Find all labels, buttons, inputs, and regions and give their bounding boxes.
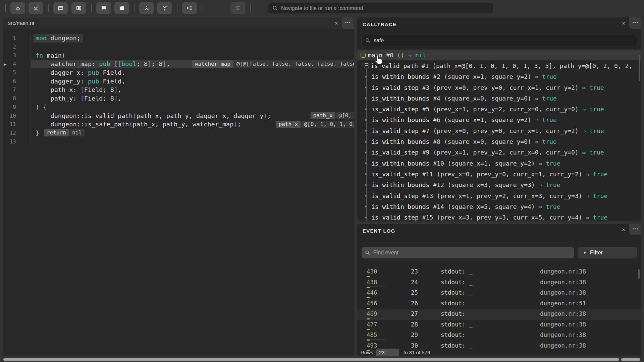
step-over-back-button[interactable] <box>71 2 86 14</box>
line-number[interactable]: 11 <box>3 121 16 127</box>
code-token <box>110 60 114 67</box>
code-line-4[interactable]: 4 watcher_map: pub [[bool; 8]; 8],watche… <box>3 60 354 68</box>
calltrace-search-input[interactable] <box>374 38 634 44</box>
inline-value-chip[interactable]: path_x@[0, 1, 0, 1, 0, 1, <box>276 121 354 128</box>
rows-count-input[interactable] <box>376 349 399 356</box>
eventlog-close-button[interactable]: × <box>621 227 626 233</box>
calltrace-row[interactable]: is_valid_step #11 (prev_x=0, prev_y=0, c… <box>357 169 641 179</box>
line-number[interactable]: 1 <box>3 35 16 41</box>
line-number[interactable]: 5 <box>3 69 16 76</box>
tree-collapse-icon[interactable] <box>361 53 366 58</box>
horizontal-scrollbar-corner[interactable] <box>621 358 640 361</box>
gutter[interactable]: 2 <box>3 43 31 51</box>
eventlog-search-input[interactable] <box>373 250 571 256</box>
calltrace-row[interactable]: is_within_bounds #2 (square_x=1, square_… <box>357 71 641 82</box>
calltrace-search[interactable] <box>362 35 637 46</box>
jump-to-end-button[interactable] <box>29 2 43 14</box>
jump-to-start-button[interactable] <box>10 2 25 14</box>
editor-menu-button[interactable]: ⋯ <box>342 17 354 29</box>
calltrace-row[interactable]: is_valid_step #15 (prev_x=3, prev_y=3, c… <box>357 212 641 221</box>
code-line-5[interactable]: 5 dagger_x: pub Field, <box>3 68 354 77</box>
calltrace-row[interactable]: is_within_bounds #14 (square_x=5, square… <box>357 201 641 212</box>
calltrace-row[interactable]: is_within_bounds #4 (square_x=0, square_… <box>357 93 641 104</box>
calltrace-menu-button[interactable]: ⋯ <box>629 17 641 29</box>
line-number[interactable]: 9 <box>3 104 16 110</box>
eventlog-row[interactable]: 48529stdout: _dungeon.nr:38 <box>357 330 641 341</box>
code-line-13[interactable]: 13 <box>3 137 354 146</box>
eventlog-row[interactable]: 43824stdout: _dungeon.nr:38 <box>357 278 641 289</box>
gutter[interactable]: 5 <box>3 68 31 77</box>
calltrace-row[interactable]: is_valid_step #9 (prev_x=1, prev_y=2, cu… <box>357 147 641 158</box>
step-over-forward-button[interactable] <box>96 2 111 14</box>
line-number[interactable]: 8 <box>3 95 16 102</box>
gutter[interactable]: 10 <box>3 111 31 120</box>
code-line-6[interactable]: 6 dagger_y: pub Field, <box>3 77 354 85</box>
command-palette-input[interactable] <box>281 5 489 11</box>
code-line-11[interactable]: 11 dungeon::is_safe_path(path_x, path_y,… <box>3 120 354 129</box>
horizontal-scrollbar[interactable] <box>3 358 619 361</box>
line-number[interactable]: 13 <box>3 138 16 145</box>
code-line-9[interactable]: 9) { <box>3 103 354 112</box>
eventlog-scrollbar[interactable] <box>638 269 640 279</box>
calltrace-row[interactable]: is_valid_step #13 (prev_x=1, prev_y=2, c… <box>357 190 641 201</box>
step-out-back-button[interactable] <box>53 2 68 14</box>
code-line-12[interactable]: 12}returnnil <box>3 129 354 137</box>
eventlog-row[interactable]: 43023stdout: _dungeon.nr:38 <box>357 267 641 278</box>
gutter[interactable]: 6 <box>3 77 31 85</box>
editor-close-button[interactable]: × <box>334 20 339 26</box>
calltrace-row[interactable]: is_valid_step #3 (prev_x=0, prev_y=0, cu… <box>357 82 641 93</box>
calltrace-scrollbar[interactable] <box>639 55 640 81</box>
gutter[interactable]: 4 <box>3 60 31 68</box>
inline-value-chip[interactable]: watcher_map@[@[false, false, false, fals… <box>192 60 354 67</box>
call-args: (square_x=5, square_y=4) <box>448 203 535 210</box>
calltrace-row[interactable]: is_valid_step #5 (prev_x=1, prev_y=2, cu… <box>357 104 641 114</box>
swap-trace-button[interactable] <box>230 2 245 14</box>
code-line-10[interactable]: 10 dungeon::is_valid_path(path_x, path_y… <box>3 111 354 120</box>
step-out-forward-button[interactable] <box>114 2 129 14</box>
command-palette[interactable] <box>268 3 493 13</box>
line-number[interactable]: 10 <box>3 113 16 119</box>
eventlog-row[interactable]: 45626stdout:dungeon.nr:51 <box>357 299 641 310</box>
gutter[interactable]: 9 <box>3 103 31 112</box>
gutter[interactable]: 1 <box>3 34 31 43</box>
run-to-line-button[interactable] <box>182 2 197 14</box>
code-line-7[interactable]: 7 path_x: [Field; 8], <box>3 85 354 94</box>
gutter[interactable]: 8 <box>3 94 31 103</box>
eventlog-search[interactable] <box>362 247 574 258</box>
line-number[interactable]: 2 <box>3 44 16 50</box>
gutter[interactable]: 7 <box>3 85 31 94</box>
code-line-2[interactable]: 2 <box>3 43 354 51</box>
eventlog-filter-button[interactable]: ▼ Filter <box>578 247 637 258</box>
line-number[interactable]: 3 <box>3 52 16 59</box>
step-down-into-button[interactable] <box>157 2 172 14</box>
line-number[interactable]: 12 <box>3 130 16 136</box>
event-tick: 430 <box>367 268 377 275</box>
eventlog-row[interactable]: 46927stdout: _dungeon.nr:38 <box>357 309 641 320</box>
code-token: path_x, path_y, dagger_x, dagger_y <box>137 112 264 119</box>
inline-value-chip[interactable]: path_x@[0, 1, 0, <box>311 112 354 119</box>
inline-value-chip[interactable]: returnnil <box>44 129 85 136</box>
gutter[interactable]: 12 <box>3 129 31 137</box>
calltrace-row[interactable]: main #0 () ⇒ nil <box>357 50 641 60</box>
line-number[interactable]: 7 <box>3 86 16 93</box>
calltrace-row[interactable]: is_within_bounds #8 (square_x=0, square_… <box>357 136 641 147</box>
calltrace-row[interactable]: is_within_bounds #12 (square_x=3, square… <box>357 180 641 190</box>
code-line-1[interactable]: 1mod dungeon; <box>3 34 354 43</box>
calltrace-close-button[interactable]: × <box>621 20 626 26</box>
calltrace-row[interactable]: is_within_bounds #10 (square_x=1, square… <box>357 158 641 169</box>
code-line-3[interactable]: 3fn main( <box>3 51 354 60</box>
eventlog-row[interactable]: 44625stdout: _dungeon.nr:38 <box>357 288 641 299</box>
gutter[interactable]: 11 <box>3 120 31 129</box>
calltrace-row-text: is_within_bounds #6 (square_x=1, square_… <box>371 116 557 123</box>
calltrace-row[interactable]: is_valid_step #7 (prev_x=0, prev_y=0, cu… <box>357 125 641 136</box>
eventlog-menu-button[interactable]: ⋯ <box>629 224 641 235</box>
gutter[interactable]: 13 <box>3 137 31 146</box>
calltrace-row[interactable]: is_valid_path #1 (path_x=@[0, 1, 0, 1, 0… <box>357 60 641 71</box>
line-number[interactable]: 6 <box>3 78 16 84</box>
eventlog-row[interactable]: 47728stdout: _dungeon.nr:38 <box>357 320 641 331</box>
code-line-8[interactable]: 8 path_y: [Field; 8], <box>3 94 354 103</box>
step-up-out-button[interactable] <box>139 2 154 14</box>
calltrace-row[interactable]: is_within_bounds #6 (square_x=1, square_… <box>357 115 641 125</box>
tree-collapse-icon[interactable] <box>364 63 369 68</box>
gutter[interactable]: 3 <box>3 51 31 60</box>
